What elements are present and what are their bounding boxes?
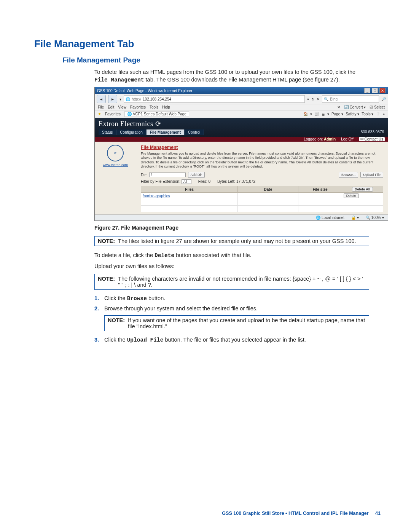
- back-button[interactable]: ◄: [97, 95, 106, 103]
- menu-favorites[interactable]: Favorites: [130, 105, 146, 109]
- address-bar[interactable]: 🌐 http:// 192.168.254.254: [124, 95, 305, 103]
- sidebar: ⟳ www.extron.com: [95, 142, 136, 214]
- step3-code: Upload File: [127, 337, 164, 343]
- status-mode[interactable]: 🔓 ▾: [351, 216, 359, 220]
- nav-dropdown-icon[interactable]: ▾: [119, 97, 121, 101]
- tab-file-management[interactable]: File Management: [147, 129, 185, 135]
- window-titlebar: GSS 100 Default Web Page - Windows Inter…: [95, 87, 388, 94]
- home-icon[interactable]: 🏠: [303, 112, 308, 116]
- status-zoom[interactable]: 🔍 100% ▾: [366, 216, 384, 220]
- delete-post: button associated with that file.: [174, 252, 251, 258]
- browse-button[interactable]: Browse...: [339, 172, 358, 178]
- add-dir-button[interactable]: Add Dir: [188, 172, 205, 178]
- print-icon[interactable]: 🖨: [321, 112, 325, 116]
- table-row: [141, 199, 383, 206]
- favorites-label[interactable]: Favorites: [105, 112, 121, 116]
- nav-dropdown2-icon[interactable]: ▾: [307, 97, 309, 101]
- filter-select[interactable]: All: [182, 179, 191, 184]
- col-action: Delete All: [342, 186, 383, 193]
- phone-number: 800.633.9876: [361, 130, 384, 134]
- file-link[interactable]: /nortxe-graphics: [143, 194, 170, 198]
- file-date: [238, 193, 298, 199]
- table-header-row: Files Date File size Delete All: [141, 186, 383, 193]
- delete-button[interactable]: Delete: [344, 193, 359, 198]
- delete-all-button[interactable]: Delete All: [352, 187, 373, 192]
- note-text: If you want one of the pages that you cr…: [128, 317, 366, 329]
- print-dropdown-icon[interactable]: ▾: [327, 112, 329, 116]
- log-off-link[interactable]: Log Off: [341, 137, 354, 141]
- mode-dropdown: ▾: [357, 216, 359, 220]
- steps-list-cont: Click the Upload File button. The file o…: [94, 337, 369, 343]
- menu-edit[interactable]: Edit: [108, 105, 114, 109]
- menu-view[interactable]: View: [118, 105, 126, 109]
- tab-configuration[interactable]: Configuration: [116, 129, 146, 135]
- feeds-icon[interactable]: 📰: [314, 112, 319, 116]
- contact-label: Contact Us: [365, 137, 383, 141]
- tools-menu[interactable]: Tools ▾: [362, 112, 373, 116]
- col-files: Files: [141, 186, 238, 193]
- intro-text-2: tab. The GSS 100 downloads the File Mana…: [144, 77, 340, 83]
- app-header: Extron Electronics ⟳ Status Configuratio…: [95, 118, 388, 137]
- menu-file[interactable]: File: [98, 105, 104, 109]
- table-row: [141, 206, 383, 212]
- note-text: The files listed in figure 27 are shown …: [118, 238, 366, 244]
- zone-icon: 🌐: [316, 216, 320, 220]
- bytes-left-group: Bytes Left: 17,371,072: [217, 179, 255, 184]
- search-icon: 🔍: [324, 97, 328, 101]
- window-title: GSS 100 Default Web Page - Windows Inter…: [97, 89, 193, 93]
- bytes-value: 17,371,072: [236, 179, 255, 184]
- brand: Extron Electronics ⟳: [99, 120, 384, 128]
- tab-control[interactable]: Control: [185, 129, 204, 135]
- delete-code: Delete: [155, 252, 174, 259]
- refresh-icon[interactable]: ↻: [311, 97, 314, 101]
- minimize-button[interactable]: _: [364, 88, 370, 93]
- favorites-star-icon[interactable]: ★: [98, 112, 101, 116]
- fm-body: ⟳ www.extron.com File Management File Ma…: [95, 142, 388, 214]
- upload-file-button[interactable]: Upload File: [360, 172, 383, 178]
- menu-tools[interactable]: Tools: [150, 105, 158, 109]
- fm-filter-row: Filter by File Extension: All Files: 0 B…: [141, 179, 383, 184]
- page-menu[interactable]: Page ▾: [331, 112, 343, 116]
- app-tabs: Status Configuration File Management Con…: [99, 129, 384, 135]
- panel-title: File Management: [141, 145, 383, 150]
- contact-us[interactable]: ✉ Contact Us: [359, 137, 385, 141]
- mail-icon: ✉: [360, 137, 363, 141]
- step3-post: button. The file or files that you selec…: [163, 337, 306, 343]
- browser-statusbar: 🌐 Local intranet 🔓 ▾ 🔍 100% ▾: [95, 214, 388, 220]
- files-count: 0: [208, 179, 210, 184]
- steps-list: Click the Browse button. Browse through …: [94, 295, 369, 312]
- globe-icon: 🌐: [126, 97, 130, 101]
- safety-menu[interactable]: Safety ▾: [346, 112, 359, 116]
- tab-title: VCP1 Series Default Web Page: [133, 112, 186, 116]
- sidebar-link[interactable]: www.extron.com: [96, 163, 134, 167]
- window-buttons: _ □ X: [364, 88, 386, 93]
- maximize-button[interactable]: □: [372, 88, 378, 93]
- overflow-icon[interactable]: »: [382, 112, 385, 116]
- fm-controls: Dir: / Add Dir Browse... Upload File: [141, 172, 383, 178]
- home-dropdown-icon[interactable]: ▾: [310, 112, 312, 116]
- upload-instruction: Upload your own files as follows:: [94, 262, 369, 270]
- browser-tab[interactable]: 🌐 VCP1 Series Default Web Page: [124, 111, 189, 117]
- forward-button[interactable]: ►: [108, 95, 117, 103]
- toolbar-x-icon[interactable]: ✕: [337, 105, 340, 109]
- stop-icon[interactable]: ✕: [317, 97, 320, 101]
- toolbar-select[interactable]: ☑ Select: [370, 105, 385, 109]
- step1-post: button.: [147, 295, 165, 301]
- toolbar-convert[interactable]: 🔄 Convert ▾: [344, 105, 366, 109]
- step1-pre: Click the: [104, 295, 127, 301]
- page-number: 41: [375, 511, 381, 516]
- help-icon[interactable]: ❔: [376, 112, 380, 116]
- main-panel: File Management File Management allows y…: [136, 142, 388, 214]
- tab-status[interactable]: Status: [99, 129, 116, 135]
- step-3: Click the Upload File button. The file o…: [94, 337, 369, 343]
- figure-screenshot: GSS 100 Default Web Page - Windows Inter…: [94, 87, 388, 221]
- search-go-icon[interactable]: 🔎: [381, 97, 386, 101]
- filter-group: Filter by File Extension: All: [141, 179, 191, 184]
- search-box[interactable]: 🔍 Bing: [322, 95, 379, 103]
- close-button[interactable]: X: [379, 88, 386, 93]
- menu-help[interactable]: Help: [162, 105, 170, 109]
- browser-navbar: ◄ ► ▾ 🌐 http:// 192.168.254.254 ▾ ↻ ✕ 🔍 …: [95, 94, 388, 104]
- address-value: 192.168.254.254: [143, 97, 171, 101]
- browser-tabbar: ★ Favorites 🌐 VCP1 Series Default Web Pa…: [95, 110, 388, 118]
- dir-input[interactable]: /: [149, 173, 186, 177]
